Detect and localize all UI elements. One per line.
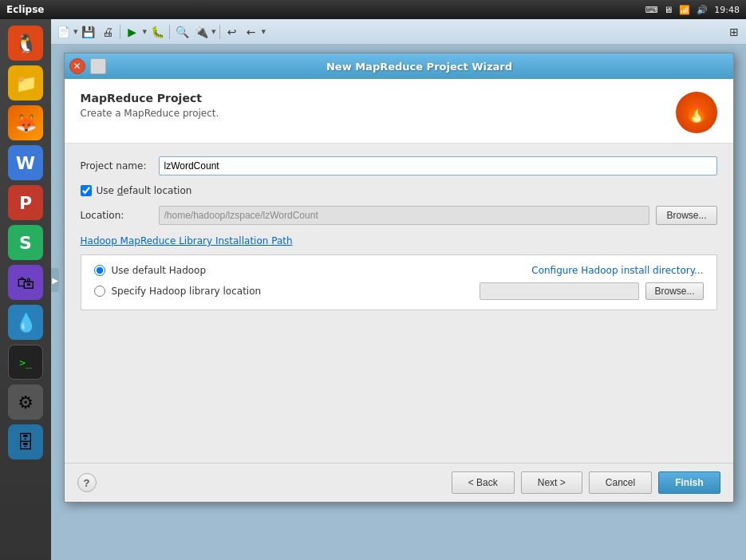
help-button[interactable]: ? bbox=[77, 473, 97, 492]
underline-default: d bbox=[117, 185, 124, 196]
sidebar-item-firefox[interactable]: 🦊 bbox=[8, 105, 43, 140]
finish-button[interactable]: Finish bbox=[658, 471, 720, 494]
use-default-location-checkbox[interactable] bbox=[81, 185, 92, 196]
toolbar-run-btn[interactable]: ▶ bbox=[124, 23, 141, 41]
toolbar-sep-1 bbox=[120, 25, 120, 39]
project-name-label: Project name: bbox=[81, 160, 152, 172]
sidebar-item-mail[interactable]: 💧 bbox=[8, 305, 43, 340]
location-row: Location: Browse... bbox=[81, 206, 717, 225]
sidebar-item-p-app[interactable]: P bbox=[8, 185, 43, 220]
sidebar: 🐧 📁 🦊 W P S 🛍 💧 >_ ⚙ 🗄 bbox=[0, 19, 51, 560]
specify-hadoop-radio[interactable] bbox=[94, 286, 105, 297]
taskbar-network-icon: 📶 bbox=[679, 5, 690, 15]
taskbar: Eclipse ⌨ 🖥 📶 🔊 19:48 bbox=[0, 0, 746, 19]
dialog-title: New MapReduce Project Wizard bbox=[111, 61, 728, 73]
location-label: Location: bbox=[81, 210, 152, 221]
sidebar-expand-arrow[interactable]: ▶ bbox=[51, 268, 59, 292]
toolbar-ext-btn[interactable]: 🔌 bbox=[192, 23, 210, 41]
toolbar-print-btn[interactable]: 🖨 bbox=[99, 23, 116, 41]
use-default-hadoop-row: Use default Hadoop Configure Hadoop inst… bbox=[94, 265, 704, 276]
toolbar-perspective-btn[interactable]: ⊞ bbox=[725, 23, 743, 41]
next-button[interactable]: Next > bbox=[521, 471, 582, 494]
dialog-form: Project name: Use default location Locat… bbox=[65, 144, 733, 463]
specify-hadoop-label[interactable]: Specify Hadoop library location bbox=[112, 286, 474, 297]
chevron-right-icon: ▶ bbox=[52, 276, 58, 285]
hadoop-radio-group: Use default Hadoop Configure Hadoop inst… bbox=[81, 254, 717, 310]
hadoop-browse-button[interactable]: Browse... bbox=[645, 282, 703, 300]
toolbar-back-btn[interactable]: ← bbox=[243, 23, 260, 41]
dialog-minimize-button[interactable] bbox=[90, 58, 106, 74]
hadoop-library-input[interactable] bbox=[480, 282, 639, 300]
taskbar-right: ⌨ 🖥 📶 🔊 19:48 bbox=[645, 5, 740, 15]
use-default-hadoop-radio[interactable] bbox=[94, 265, 105, 276]
eclipse-toolbar: 📄 ▾ 💾 🖨 ▶ ▾ 🐛 🔍 🔌 ▾ ↩ ← ▾ ⊞ bbox=[51, 19, 746, 45]
sidebar-item-ubuntu[interactable]: 🐧 bbox=[8, 26, 43, 61]
taskbar-keyboard-icon: ⌨ bbox=[645, 5, 657, 15]
toolbar-new-btn[interactable]: 📄 bbox=[54, 23, 72, 41]
taskbar-time: 19:48 bbox=[714, 5, 740, 15]
sidebar-item-settings[interactable]: ⚙ bbox=[8, 385, 43, 420]
dialog-footer: ? < Back Next > Cancel Finish bbox=[65, 463, 733, 502]
sidebar-item-files[interactable]: 📁 bbox=[8, 65, 43, 101]
cancel-button[interactable]: Cancel bbox=[589, 471, 652, 494]
configure-hadoop-link[interactable]: Configure Hadoop install directory... bbox=[531, 265, 703, 276]
use-default-hadoop-label[interactable]: Use default Hadoop bbox=[112, 265, 526, 276]
wizard-header-icon: 🔥 bbox=[676, 92, 717, 133]
toolbar-search-btn[interactable]: 🔍 bbox=[173, 23, 191, 41]
wizard-section-title: MapReduce Project bbox=[81, 92, 219, 105]
toolbar-debug-btn[interactable]: 🐛 bbox=[148, 23, 166, 41]
toolbar-sep-3 bbox=[219, 25, 220, 39]
back-button[interactable]: < Back bbox=[452, 471, 515, 494]
use-default-location-label[interactable]: Use default location bbox=[97, 185, 192, 196]
toolbar-run-dropdown[interactable]: ▾ bbox=[143, 26, 148, 37]
toolbar-save-btn[interactable]: 💾 bbox=[80, 23, 97, 41]
flame-icon: 🔥 bbox=[685, 101, 709, 124]
toolbar-new-dropdown[interactable]: ▾ bbox=[73, 26, 78, 37]
dialog-overlay: ✕ New MapReduce Project Wizard MapReduce… bbox=[51, 45, 746, 560]
location-browse-button[interactable]: Browse... bbox=[656, 206, 716, 225]
wizard-section-subtitle: Create a MapReduce project. bbox=[81, 108, 219, 119]
taskbar-sound-icon: 🔊 bbox=[697, 5, 708, 15]
footer-buttons: < Back Next > Cancel Finish bbox=[452, 471, 720, 494]
sidebar-item-w-app[interactable]: W bbox=[8, 145, 43, 180]
footer-left: ? bbox=[77, 473, 97, 492]
dialog-close-button[interactable]: ✕ bbox=[69, 58, 85, 74]
sidebar-item-store[interactable]: 🛍 bbox=[8, 265, 43, 300]
dialog-header-text: MapReduce Project Create a MapReduce pro… bbox=[81, 92, 219, 119]
toolbar-more-dropdown[interactable]: ▾ bbox=[262, 26, 266, 37]
taskbar-monitor-icon: 🖥 bbox=[664, 5, 673, 15]
toolbar-ext-dropdown[interactable]: ▾ bbox=[211, 26, 216, 37]
specify-hadoop-row: Specify Hadoop library location Browse..… bbox=[94, 282, 704, 300]
location-input[interactable] bbox=[159, 206, 650, 225]
project-name-input[interactable] bbox=[159, 156, 717, 175]
new-mapreduce-wizard-dialog: ✕ New MapReduce Project Wizard MapReduce… bbox=[64, 53, 734, 503]
sidebar-item-terminal[interactable]: >_ bbox=[8, 345, 43, 380]
taskbar-title: Eclipse bbox=[6, 4, 44, 15]
hadoop-section-title: Hadoop MapReduce Library Installation Pa… bbox=[81, 235, 293, 246]
use-default-location-row: Use default location bbox=[81, 185, 717, 196]
dialog-header: MapReduce Project Create a MapReduce pro… bbox=[65, 79, 733, 144]
project-name-row: Project name: bbox=[81, 156, 717, 175]
toolbar-sep-2 bbox=[169, 25, 170, 39]
sidebar-item-s-app[interactable]: S bbox=[8, 225, 43, 260]
dialog-titlebar: ✕ New MapReduce Project Wizard bbox=[65, 53, 733, 79]
toolbar-refresh-btn[interactable]: ↩ bbox=[223, 23, 241, 41]
sidebar-item-db[interactable]: 🗄 bbox=[8, 424, 43, 459]
hadoop-section-title-row: Hadoop MapReduce Library Installation Pa… bbox=[81, 235, 717, 246]
eclipse-area: 📄 ▾ 💾 🖨 ▶ ▾ 🐛 🔍 🔌 ▾ ↩ ← ▾ ⊞ ✕ New MapRed… bbox=[51, 19, 746, 560]
